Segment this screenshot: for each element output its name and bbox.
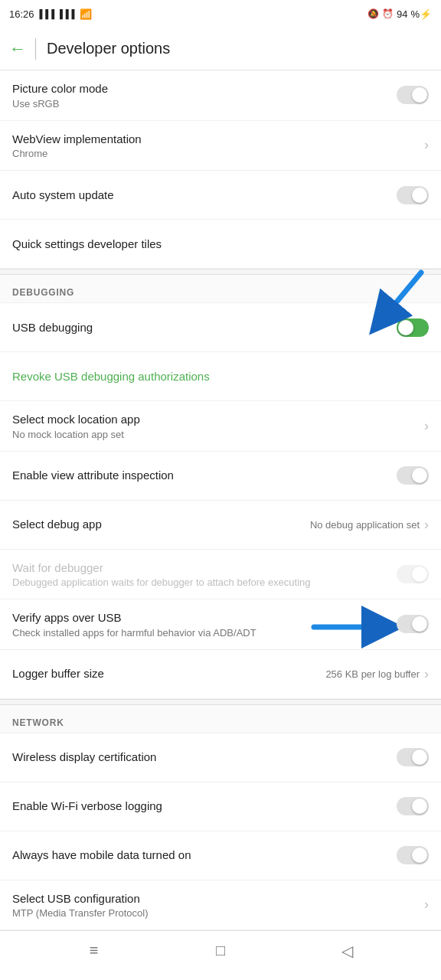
verify-apps-toggle[interactable] — [397, 615, 429, 633]
mobile-data-toggle[interactable] — [397, 846, 429, 864]
setting-title: Select USB configuration — [12, 891, 415, 906]
view-attribute-toggle[interactable] — [397, 466, 429, 485]
network-section-divider — [0, 699, 441, 705]
wifi-verbose-toggle[interactable] — [397, 797, 429, 815]
setting-subtitle: Check installed apps for harmful behavio… — [12, 627, 387, 639]
setting-quick-settings[interactable]: Quick settings developer tiles › — [0, 220, 441, 269]
setting-title: USB debugging — [12, 320, 387, 335]
network-section-header: NETWORK — [0, 705, 441, 733]
chevron-icon: › — [424, 517, 429, 533]
mute-icon: 🔕 — [368, 8, 379, 19]
header-divider — [35, 38, 36, 60]
debug-app-value: No debug application set — [310, 519, 420, 531]
setting-title: Select debug app — [12, 517, 301, 532]
chevron-icon: › — [424, 897, 429, 913]
setting-webview[interactable]: WebView implementation Chrome › — [0, 121, 441, 172]
setting-view-attribute[interactable]: Enable view attribute inspection — [0, 452, 441, 501]
chevron-icon: › — [424, 236, 429, 252]
setting-revoke-usb[interactable]: Revoke USB debugging authorizations — [0, 352, 441, 401]
status-left: 16:26 ▌▌▌ ▌▌▌ 📶 — [9, 8, 92, 20]
setting-wireless-display[interactable]: Wireless display certification — [0, 733, 441, 782]
setting-title: Quick settings developer tiles — [12, 237, 415, 252]
status-bar: 16:26 ▌▌▌ ▌▌▌ 📶 🔕 ⏰ 94 %⚡ — [0, 0, 441, 28]
usb-debug-toggle[interactable] — [397, 318, 429, 337]
page-title: Developer options — [47, 40, 170, 57]
time: 16:26 — [9, 8, 34, 20]
nav-back-button[interactable]: ◁ — [332, 936, 362, 966]
status-right: 🔕 ⏰ 94 %⚡ — [368, 8, 432, 20]
setting-title: Verify apps over USB — [12, 610, 387, 626]
setting-title: Enable view attribute inspection — [12, 468, 387, 483]
signal-icon2: ▌▌▌ — [60, 9, 77, 18]
setting-auto-update[interactable]: Auto system update — [0, 171, 441, 220]
header: ← Developer options — [0, 28, 441, 70]
setting-debug-app[interactable]: Select debug app No debug application se… — [0, 501, 441, 550]
setting-title: Select mock location app — [12, 412, 415, 427]
setting-subtitle: Debugged application waits for debugger … — [12, 577, 387, 588]
setting-title: WebView implementation — [12, 132, 415, 147]
auto-update-toggle[interactable] — [397, 186, 429, 204]
setting-usb-debugging[interactable]: USB debugging — [0, 303, 441, 352]
setting-title: Logger buffer size — [12, 666, 316, 681]
setting-title: Auto system update — [12, 188, 387, 203]
debugging-section-header: DEBUGGING — [0, 275, 441, 303]
back-button[interactable]: ← — [9, 39, 26, 59]
setting-logger-buffer[interactable]: Logger buffer size 256 KB per log buffer… — [0, 650, 441, 699]
battery-icon: %⚡ — [410, 8, 432, 20]
setting-title: Wait for debugger — [12, 560, 387, 576]
setting-subtitle: MTP (Media Transfer Protocol) — [12, 907, 415, 919]
setting-mobile-data[interactable]: Always have mobile data turned on — [0, 831, 441, 880]
wireless-display-toggle[interactable] — [397, 748, 429, 766]
setting-title: Picture color mode — [12, 81, 387, 96]
chevron-icon: › — [424, 137, 429, 153]
alarm-icon: ⏰ — [382, 8, 394, 19]
setting-wait-debugger: Wait for debugger Debugged application w… — [0, 550, 441, 600]
wifi-icon: 📶 — [80, 8, 92, 20]
battery-text: 94 — [397, 8, 407, 20]
setting-picture-color-mode[interactable]: Picture color mode Use sRGB — [0, 70, 441, 121]
setting-title: Revoke USB debugging authorizations — [12, 369, 429, 384]
chevron-icon: › — [424, 418, 429, 434]
setting-verify-apps[interactable]: Verify apps over USB Check installed app… — [0, 599, 441, 650]
setting-subtitle: Use sRGB — [12, 98, 387, 109]
settings-list: Picture color mode Use sRGB WebView impl… — [0, 70, 441, 930]
section-divider — [0, 269, 441, 275]
chevron-icon: › — [424, 666, 429, 682]
setting-subtitle: Chrome — [12, 148, 415, 159]
bottom-nav: ≡ □ ◁ — [0, 930, 441, 970]
setting-mock-location[interactable]: Select mock location app No mock locatio… — [0, 401, 441, 452]
signal-icon: ▌▌▌ — [40, 9, 57, 18]
setting-title: Wireless display certification — [12, 750, 387, 765]
wait-debugger-toggle — [397, 565, 429, 583]
logger-value: 256 KB per log buffer — [325, 668, 420, 680]
setting-title: Always have mobile data turned on — [12, 848, 387, 863]
nav-menu-button[interactable]: ≡ — [79, 936, 109, 966]
setting-wifi-verbose[interactable]: Enable Wi-Fi verbose logging — [0, 782, 441, 831]
picture-color-toggle[interactable] — [397, 86, 429, 104]
nav-home-button[interactable]: □ — [205, 936, 236, 966]
setting-subtitle: No mock location app set — [12, 429, 415, 440]
setting-usb-config[interactable]: Select USB configuration MTP (Media Tran… — [0, 880, 441, 931]
setting-title: Enable Wi-Fi verbose logging — [12, 799, 387, 814]
